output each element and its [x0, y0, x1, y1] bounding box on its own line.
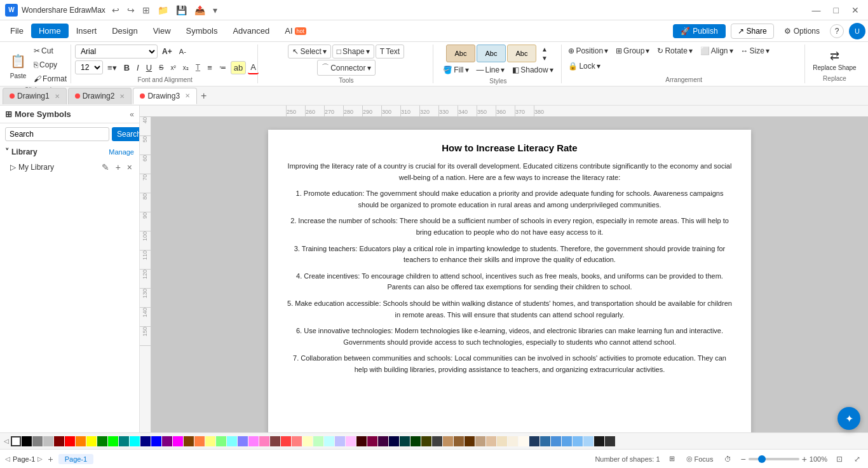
replace-shape-button[interactable]: ⇄ Replace Shape — [808, 46, 861, 74]
zoom-out-button[interactable]: − — [740, 454, 745, 464]
color-swatch-lightcyan[interactable] — [227, 436, 237, 446]
options-button[interactable]: ⚙ Options — [779, 24, 825, 38]
color-swatch-black[interactable] — [22, 436, 32, 446]
next-page-button[interactable]: ▷ — [37, 455, 43, 462]
color-swatch-bisque[interactable] — [486, 436, 496, 446]
color-swatch-darkteal[interactable] — [400, 436, 410, 446]
tab-drawing2[interactable]: Drawing2 ✕ — [68, 88, 132, 104]
color-swatch-oldlace[interactable] — [508, 436, 518, 446]
tab-drawing1[interactable]: Drawing1 ✕ — [3, 88, 67, 104]
focus-button[interactable]: ◎ Focus — [684, 453, 716, 464]
tab-drawing3[interactable]: Drawing3 ✕ — [133, 88, 197, 104]
zoom-in-button[interactable]: + — [802, 454, 807, 464]
my-library-edit-button[interactable]: ✎ — [100, 162, 111, 173]
color-swatch-orange[interactable] — [76, 436, 86, 446]
sidebar-collapse-button[interactable]: « — [130, 110, 134, 119]
search-input[interactable] — [5, 127, 109, 141]
bold-button[interactable]: B — [121, 62, 132, 74]
menu-insert[interactable]: Insert — [69, 24, 105, 38]
style-shape-1[interactable]: Abc — [446, 45, 475, 62]
highlight-button[interactable]: ab — [231, 61, 246, 74]
menu-advanced[interactable]: Advanced — [225, 24, 277, 38]
format-painter-button[interactable]: 🖌 Format — [31, 72, 69, 85]
new-button[interactable]: ⊞ — [140, 4, 153, 17]
color-swatch-silver[interactable] — [43, 436, 53, 446]
text-button[interactable]: T Text — [376, 45, 404, 59]
color-swatch-lightgreen[interactable] — [216, 436, 226, 446]
color-swatch-steelblue[interactable] — [540, 436, 550, 446]
scroll-styles-up-button[interactable]: ▲ — [539, 45, 550, 53]
color-swatch-purple[interactable] — [162, 436, 172, 446]
bullet-button[interactable]: ≔ — [217, 62, 229, 73]
strikethrough-button[interactable]: S — [156, 62, 166, 72]
menu-view[interactable]: View — [146, 24, 179, 38]
library-header[interactable]: ˅ Library Manage — [0, 145, 139, 159]
menu-home[interactable]: Home — [31, 24, 69, 38]
manage-link[interactable]: Manage — [109, 148, 134, 156]
add-tab-button[interactable]: + — [198, 90, 209, 102]
color-swatch-mintgreen[interactable] — [313, 436, 323, 446]
color-swatch-maroon[interactable] — [54, 436, 64, 446]
export-button[interactable]: 📤 — [192, 4, 208, 17]
color-swatch-darknavy[interactable] — [389, 436, 399, 446]
layers-button[interactable]: ⊞ — [667, 453, 677, 464]
color-swatch-magenta[interactable] — [173, 436, 183, 446]
select-button[interactable]: ↖ Select ▾ — [288, 45, 330, 59]
color-swatch-blue[interactable] — [151, 436, 161, 446]
active-page-tab[interactable]: Page-1 — [58, 454, 93, 464]
size-button[interactable]: ↔ Size▾ — [738, 45, 772, 57]
align-button[interactable]: ≡▾ — [105, 62, 119, 74]
fill-button[interactable]: 🪣 Fill▾ — [440, 64, 471, 76]
color-swatch-nearblack[interactable] — [594, 436, 604, 446]
cut-button[interactable]: ✂ Cut — [31, 45, 69, 57]
font-family-select[interactable]: Arial — [75, 45, 158, 59]
help-button[interactable]: ? — [830, 24, 844, 38]
color-swatch-plum[interactable] — [367, 436, 377, 446]
my-library-add-button[interactable]: + — [114, 162, 123, 173]
close-button[interactable]: ✕ — [848, 4, 863, 17]
save-button[interactable]: 💾 — [173, 4, 189, 17]
canvas-page[interactable]: How to Increase Literacy Rate Improving … — [268, 130, 751, 432]
color-swatch-cornflower[interactable] — [551, 436, 561, 446]
align-arrange-button[interactable]: ⬜ Align▾ — [698, 45, 736, 57]
color-swatch-darkmaroon[interactable] — [356, 436, 367, 446]
font-color-button[interactable]: A — [248, 61, 259, 74]
redo-button[interactable]: ↪ — [125, 4, 137, 17]
color-swatch-periwinkle[interactable] — [238, 436, 248, 446]
tab-close-drawing3[interactable]: ✕ — [185, 92, 190, 99]
lock-button[interactable]: 🔒 Lock▾ — [566, 60, 602, 72]
no-fill-swatch[interactable] — [11, 436, 21, 446]
color-swatch-lightblue[interactable] — [573, 436, 583, 446]
color-swatch-red[interactable] — [65, 436, 75, 446]
scroll-styles-down-button[interactable]: ▼ — [539, 54, 550, 62]
style-shape-2[interactable]: Abc — [477, 45, 506, 62]
color-swatch-darkplum[interactable] — [378, 436, 388, 446]
publish-button[interactable]: 🚀 Publish — [673, 24, 725, 38]
tab-close-drawing2[interactable]: ✕ — [119, 93, 125, 100]
color-swatch-verydarkgray[interactable] — [605, 436, 615, 446]
user-avatar[interactable]: U — [849, 23, 865, 39]
paste-button[interactable]: 📋 — [6, 51, 30, 71]
fit-page-button[interactable]: ⊡ — [834, 453, 845, 465]
color-swatch-caramel[interactable] — [454, 436, 464, 446]
color-swatch-linen[interactable] — [497, 436, 507, 446]
color-swatch-green[interactable] — [97, 436, 107, 446]
color-swatch-navy[interactable] — [140, 436, 151, 446]
color-arrow-left[interactable]: ◁ — [3, 437, 10, 444]
color-swatch-floralwhite[interactable] — [519, 436, 529, 446]
expand-button[interactable]: ⤢ — [851, 453, 863, 465]
color-swatch-pink[interactable] — [248, 436, 259, 446]
copy-button[interactable]: ⎘ Copy — [31, 59, 69, 71]
open-button[interactable]: 📁 — [155, 4, 171, 17]
timer-button[interactable]: ⏱ — [722, 454, 734, 464]
my-library-header[interactable]: ▷ My Library ✎ + × — [0, 159, 139, 176]
color-swatch-lavender[interactable] — [335, 436, 345, 446]
color-swatch-lime[interactable] — [108, 436, 118, 446]
underline-button[interactable]: U — [144, 62, 154, 74]
color-swatch-lightcyan2[interactable] — [324, 436, 334, 446]
color-swatch-lightsalmon[interactable] — [292, 436, 302, 446]
maximize-button[interactable]: □ — [830, 4, 843, 17]
superscript-button[interactable]: x² — [168, 63, 178, 72]
shape-button[interactable]: □ Shape ▾ — [332, 45, 374, 59]
undo-button[interactable]: ↩ — [109, 4, 122, 17]
